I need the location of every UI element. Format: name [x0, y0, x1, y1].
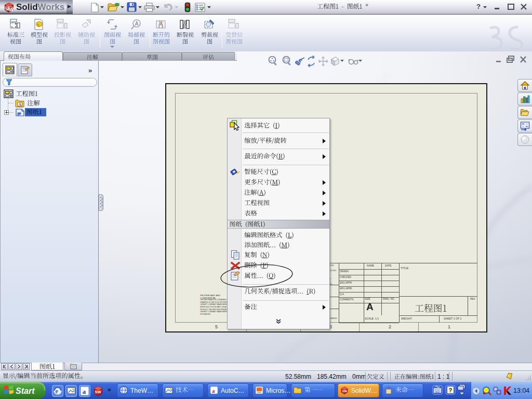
svg-text:S: S	[6, 6, 9, 11]
svg-text:W: W	[9, 7, 14, 12]
svg-text:?: ?	[449, 387, 453, 393]
svg-text:A: A	[135, 21, 139, 26]
svg-text:Start: Start	[16, 387, 35, 395]
svg-text:SW: SW	[342, 390, 348, 393]
svg-text:a: a	[83, 388, 86, 395]
svg-text:e: e	[56, 388, 59, 395]
svg-text:a: a	[212, 388, 215, 394]
svg-text:A: A	[19, 102, 22, 107]
svg-text:SW: SW	[95, 390, 102, 394]
